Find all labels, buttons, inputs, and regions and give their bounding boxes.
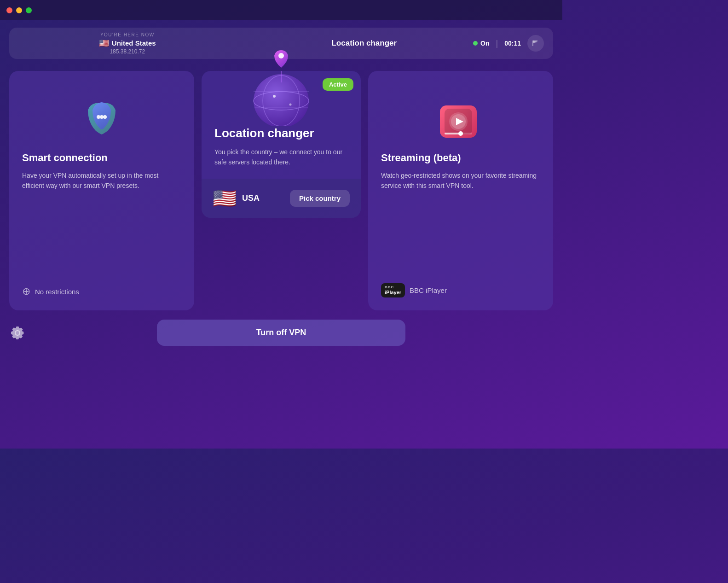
cards-container: Smart connection Have your VPN automatic…: [0, 66, 562, 310]
svg-point-3: [100, 115, 104, 119]
smart-connection-footer: ⊕ No restrictions: [22, 272, 181, 297]
country-selector[interactable]: 🇺🇸 USA Pick country: [202, 179, 361, 218]
smart-connection-title: Smart connection: [22, 152, 181, 164]
maximize-button[interactable]: [26, 7, 32, 13]
smart-shield-icon: [76, 94, 127, 145]
globe-icon: ⊕: [22, 286, 30, 297]
svg-point-2: [97, 115, 100, 119]
selected-country: 🇺🇸 USA: [213, 187, 260, 210]
country-flag: 🇺🇸: [99, 38, 109, 48]
status-label: On: [480, 40, 489, 47]
streaming-title: Streaming (beta): [381, 152, 540, 164]
streaming-desc: Watch geo-restricted shows on your favor…: [381, 170, 540, 191]
you-are-label: YOU'RE HERE NOW: [100, 32, 155, 37]
connection-timer: 00:11: [504, 40, 521, 47]
flag-icon: [532, 40, 539, 47]
location-changer-content: Location changer You pick the country – …: [202, 126, 361, 179]
streaming-icon-area: [381, 85, 540, 145]
location-changer-title: Location changer: [214, 126, 348, 140]
flag-button[interactable]: [527, 35, 544, 52]
smart-connection-desc: Have your VPN automatically set up in th…: [22, 170, 181, 191]
smart-connection-icon-area: [22, 85, 181, 145]
vpn-status: On: [473, 40, 489, 47]
svg-point-13: [278, 53, 284, 58]
status-dot: [473, 41, 478, 46]
svg-point-4: [103, 115, 107, 119]
streaming-footer: BBC iPlayer BBC iPlayer: [381, 269, 540, 297]
active-badge: Active: [323, 78, 353, 91]
no-restrictions-text: No restrictions: [35, 288, 79, 296]
usa-label: USA: [242, 193, 260, 203]
svg-point-11: [289, 104, 292, 106]
header-controls: On | 00:11: [473, 35, 544, 52]
country-name: United States: [112, 39, 156, 47]
settings-icon[interactable]: [9, 325, 26, 341]
svg-point-20: [458, 131, 463, 136]
location-changer-card[interactable]: Active: [202, 71, 361, 218]
pick-country-button[interactable]: Pick country: [290, 190, 350, 207]
turn-off-vpn-button[interactable]: Turn off VPN: [157, 320, 405, 346]
location-changer-desc: You pick the country – we connect you to…: [214, 147, 348, 168]
streaming-card[interactable]: Streaming (beta) Watch geo-restricted sh…: [368, 71, 553, 310]
svg-point-10: [273, 95, 276, 98]
usa-flag: 🇺🇸: [213, 187, 237, 210]
streaming-play-icon: [438, 99, 484, 145]
status-divider: |: [496, 39, 498, 48]
bbc-badge: BBC iPlayer: [381, 283, 405, 297]
ip-address: 185.38.210.72: [110, 48, 145, 55]
country-info: 🇺🇸 United States: [99, 38, 156, 48]
service-name: BBC iPlayer: [410, 286, 447, 294]
svg-rect-19: [445, 133, 461, 134]
close-button[interactable]: [6, 7, 12, 13]
minimize-button[interactable]: [16, 7, 22, 13]
bottom-bar: Turn off VPN: [0, 310, 562, 355]
titlebar: [0, 0, 562, 20]
smart-connection-card[interactable]: Smart connection Have your VPN automatic…: [9, 71, 194, 310]
